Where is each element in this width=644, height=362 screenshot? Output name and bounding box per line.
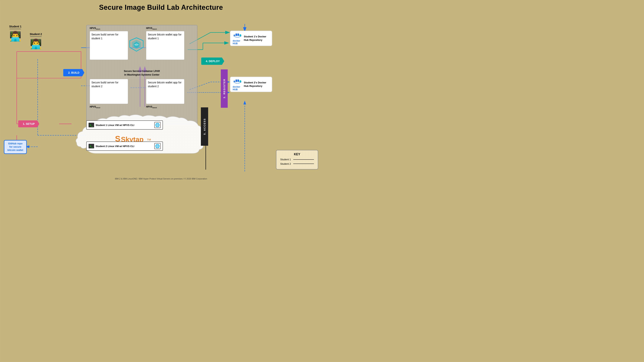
build-badge: 2. BUILD xyxy=(63,69,84,76)
docker-hub-1-desc: Student 1's Docker Hub Repository xyxy=(244,35,270,42)
student1-box: Student 1 👨‍💻 xyxy=(9,25,22,42)
footer-text: IBM Z & IBM LinuxONE / IBM Hyper Protect… xyxy=(0,178,322,180)
vm1-box: >_ Student 1 Linux VM w/ HPVS CLI 🌐 xyxy=(86,120,163,130)
key-box: KEY Student 1 Student 2 xyxy=(276,150,318,170)
svg-point-46 xyxy=(240,34,241,36)
skytap-cloud: Skytap ™ S xyxy=(73,111,207,165)
build-server-2: Secure build server for student 2 xyxy=(90,79,128,104)
student1-key-label: Student 1 xyxy=(280,158,291,161)
vm1-globe-icon: 🌐 xyxy=(154,122,160,128)
svg-rect-42 xyxy=(236,35,237,36)
github-repo-box: GitHub repo for secure bitcoin wallet xyxy=(4,140,27,154)
student2-icon: 👨‍💻 xyxy=(30,38,42,50)
key-student1-row: Student 1 xyxy=(280,158,314,161)
svg-rect-50 xyxy=(236,80,237,81)
deploy-badge: 4. DEPLOY xyxy=(201,58,224,65)
key-title: KEY xyxy=(280,153,314,156)
student2-box: Student 2 👨‍💻 xyxy=(30,33,42,50)
svg-rect-48 xyxy=(236,81,237,82)
svg-rect-43 xyxy=(238,35,239,36)
docker-hub-1: docker HUB Student 1's Docker Hub Reposi… xyxy=(230,31,272,46)
vm2-box: >_ Student 2 Linux VM w/ HPVS CLI 🌐 xyxy=(86,142,163,151)
svg-rect-49 xyxy=(238,81,239,82)
build-server-1: Secure build server for student 1 xyxy=(90,31,128,60)
register-banner: 3. REGISTER xyxy=(221,69,228,108)
student1-icon: 👨‍💻 xyxy=(10,31,21,42)
ssc-label: Secure Service Container LPARin Washingt… xyxy=(115,69,169,77)
setup-badge: 1. SETUP xyxy=(18,120,39,127)
wallet-app-2: Secure bitcoin wallet app for student 2 xyxy=(146,79,184,104)
student2-key-label: Student 2 xyxy=(280,162,291,165)
svg-rect-41 xyxy=(234,35,235,36)
svg-rect-47 xyxy=(234,81,235,82)
access-banner: 5. ACCESS xyxy=(201,107,208,146)
hpvs-sbss2-label: HPVSsbss2 xyxy=(90,106,100,109)
page-title: Secure Image Build Lab Architecture xyxy=(0,0,322,14)
svg-text:</>: </> xyxy=(134,43,138,46)
hpvs-shield-icon: </> xyxy=(129,37,144,52)
docker-hub-2-desc: Student 2's Docker Hub Repository xyxy=(244,81,270,88)
docker-logo-1: docker HUB xyxy=(233,32,242,45)
student1-label: Student 1 xyxy=(9,25,22,28)
svg-rect-45 xyxy=(238,34,239,35)
vm2-globe-icon: 🌐 xyxy=(154,143,160,149)
hpvs-sbws1-label: HPVSsbws1 xyxy=(146,27,157,30)
svg-rect-44 xyxy=(236,34,237,35)
wallet-app-1: Secure bitcoin wallet app for student 1 xyxy=(146,31,184,60)
hpvs-sbss1-label: HPVSsbss1 xyxy=(90,27,100,30)
hpvs-main-container: Secure Service Container LPARin Washingt… xyxy=(86,25,198,125)
docker-logo-2: docker HUB xyxy=(233,78,242,91)
student2-label: Student 2 xyxy=(30,33,42,36)
svg-point-52 xyxy=(240,80,241,82)
svg-rect-51 xyxy=(238,80,239,81)
hpvs-sbws2-label: HPVSsbws2 xyxy=(146,106,157,109)
key-student2-row: Student 2 xyxy=(280,162,314,165)
docker-hub-2: docker HUB Student 2's Docker Hub Reposi… xyxy=(230,77,272,92)
